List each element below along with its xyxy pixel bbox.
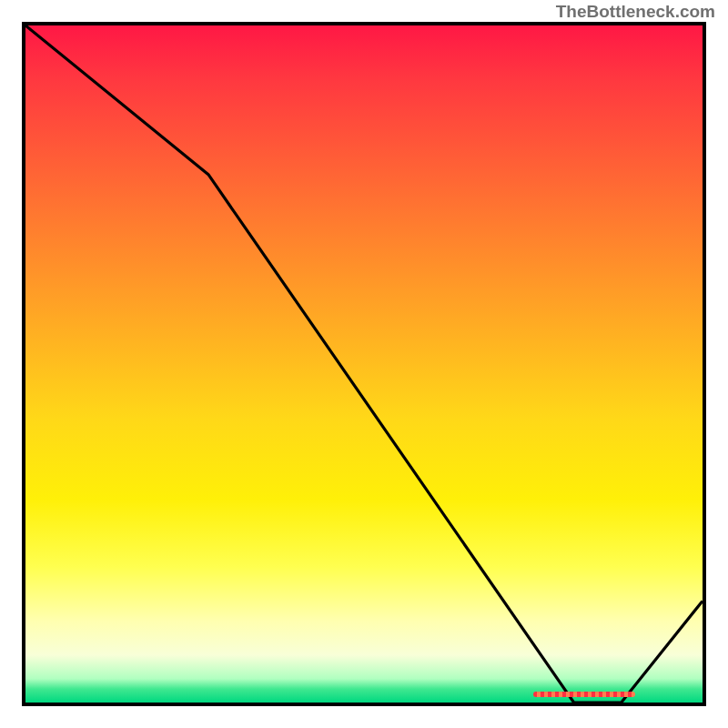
- attribution-watermark: TheBottleneck.com: [556, 2, 715, 22]
- chart-plot-area: [25, 25, 703, 703]
- optimal-range-marker: [533, 692, 635, 697]
- bottleneck-curve-svg: [25, 25, 703, 703]
- chart-frame: [22, 22, 706, 706]
- bottleneck-curve-path: [25, 25, 703, 703]
